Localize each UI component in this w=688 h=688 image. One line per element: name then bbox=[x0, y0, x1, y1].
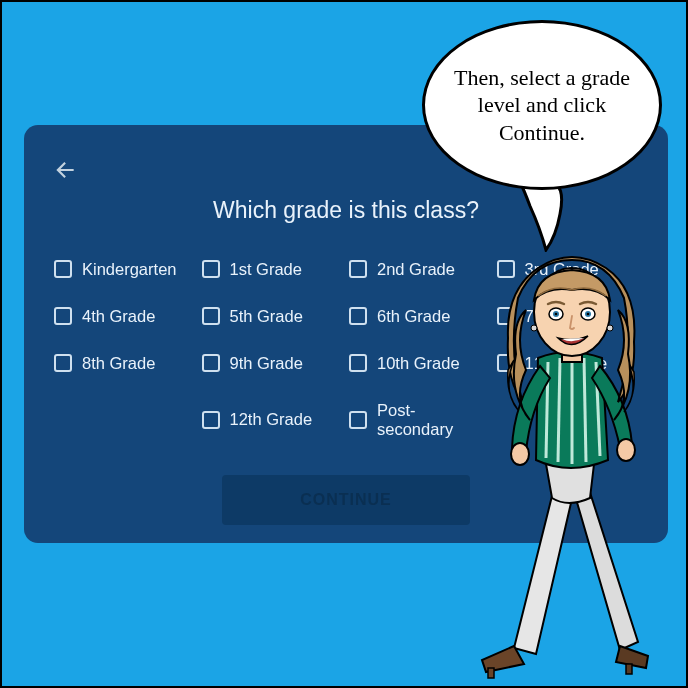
grade-label: 1st Grade bbox=[230, 260, 302, 279]
grade-label: 5th Grade bbox=[230, 307, 303, 326]
svg-line-3 bbox=[558, 358, 560, 462]
grade-label: Post-secondary bbox=[377, 401, 491, 439]
grade-option-6th[interactable]: 6th Grade bbox=[349, 307, 491, 326]
svg-point-8 bbox=[511, 443, 529, 465]
svg-point-17 bbox=[531, 325, 537, 331]
checkbox-icon bbox=[202, 354, 220, 372]
grade-label: 12th Grade bbox=[230, 410, 313, 429]
grade-option-1st[interactable]: 1st Grade bbox=[202, 260, 344, 279]
grade-option-12th[interactable]: 12th Grade bbox=[202, 401, 344, 439]
grade-label: 10th Grade bbox=[377, 354, 460, 373]
svg-point-13 bbox=[555, 313, 558, 316]
grade-label: 8th Grade bbox=[82, 354, 155, 373]
back-button[interactable] bbox=[52, 155, 82, 185]
svg-point-7 bbox=[617, 439, 635, 461]
back-arrow-icon bbox=[52, 157, 78, 183]
svg-point-16 bbox=[587, 313, 590, 316]
svg-rect-1 bbox=[488, 668, 494, 678]
grade-option-8th[interactable]: 8th Grade bbox=[54, 354, 196, 373]
avatar bbox=[478, 250, 658, 680]
checkbox-icon bbox=[54, 307, 72, 325]
checkbox-icon bbox=[349, 260, 367, 278]
svg-line-5 bbox=[584, 358, 586, 462]
tutorial-frame: Then, select a grade level and click Con… bbox=[0, 0, 688, 688]
grade-option-5th[interactable]: 5th Grade bbox=[202, 307, 344, 326]
continue-button[interactable]: CONTINUE bbox=[222, 475, 470, 525]
speech-bubble-tail bbox=[516, 180, 574, 252]
grade-option-10th[interactable]: 10th Grade bbox=[349, 354, 491, 373]
grade-label: 9th Grade bbox=[230, 354, 303, 373]
grade-label: 2nd Grade bbox=[377, 260, 455, 279]
checkbox-icon bbox=[349, 307, 367, 325]
checkbox-icon bbox=[54, 354, 72, 372]
checkbox-icon bbox=[54, 260, 72, 278]
svg-point-18 bbox=[607, 325, 613, 331]
checkbox-icon bbox=[202, 260, 220, 278]
checkbox-icon bbox=[202, 307, 220, 325]
grade-option-2nd[interactable]: 2nd Grade bbox=[349, 260, 491, 279]
checkbox-icon bbox=[349, 411, 367, 429]
grade-label: Kindergarten bbox=[82, 260, 176, 279]
speech-bubble: Then, select a grade level and click Con… bbox=[422, 20, 662, 190]
checkbox-icon bbox=[202, 411, 220, 429]
grade-option-4th[interactable]: 4th Grade bbox=[54, 307, 196, 326]
grade-option-post-secondary[interactable]: Post-secondary bbox=[349, 401, 491, 439]
speech-bubble-text: Then, select a grade level and click Con… bbox=[447, 64, 637, 147]
grade-option-kindergarten[interactable]: Kindergarten bbox=[54, 260, 196, 279]
grade-label: 6th Grade bbox=[377, 307, 450, 326]
grade-label: 4th Grade bbox=[82, 307, 155, 326]
svg-rect-0 bbox=[626, 664, 632, 674]
grade-option-9th[interactable]: 9th Grade bbox=[202, 354, 344, 373]
checkbox-icon bbox=[349, 354, 367, 372]
